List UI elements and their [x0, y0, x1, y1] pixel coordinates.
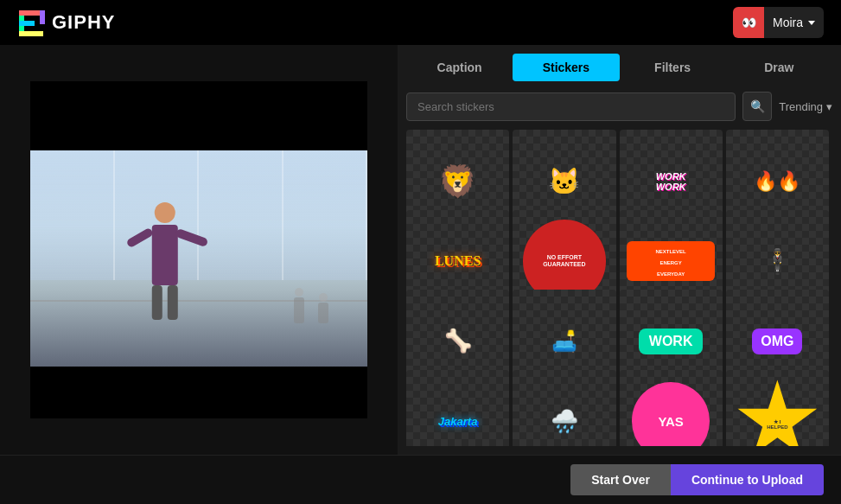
sticker-grid: 🦁 🐱 WORKWORK 🔥🔥 LUNES NO EFFORTGUARANTEE… [406, 130, 832, 446]
person-body [152, 225, 178, 285]
continue-upload-button[interactable]: Continue to Upload [671, 464, 824, 495]
giphy-logo-icon [17, 9, 45, 36]
avatar: 👀 [733, 7, 764, 38]
user-name-label: Moira [773, 16, 803, 29]
person-head [155, 202, 175, 223]
person-leg-left [152, 285, 162, 320]
search-icon: 🔍 [750, 99, 765, 113]
video-panel [0, 45, 398, 455]
tab-caption[interactable]: Caption [406, 54, 513, 81]
sticker-panel: Caption Stickers Filters Draw 🔍 Trending… [398, 45, 841, 455]
svg-rect-1 [19, 10, 43, 16]
chevron-down-icon: ▾ [826, 100, 832, 113]
sticker-item-14[interactable]: 🌧️ [513, 370, 615, 447]
logo: GIPHY [17, 9, 115, 36]
video-preview [30, 81, 367, 418]
person-leg-right [168, 285, 178, 320]
video-frame [30, 150, 367, 367]
bg-person-2 [316, 293, 330, 323]
start-over-button[interactable]: Start Over [570, 464, 671, 495]
main-content: Caption Stickers Filters Draw 🔍 Trending… [0, 45, 841, 455]
user-menu-button[interactable]: Moira [764, 7, 824, 38]
tab-filters[interactable]: Filters [620, 54, 726, 81]
trending-dropdown[interactable]: Trending ▾ [779, 100, 832, 113]
sticker-grid-container: 🦁 🐱 WORKWORK 🔥🔥 LUNES NO EFFORTGUARANTEE… [406, 130, 832, 446]
tab-stickers[interactable]: Stickers [513, 54, 619, 81]
search-area: 🔍 Trending ▾ [406, 92, 832, 121]
chevron-down-icon [808, 21, 815, 25]
sticker-item-16[interactable]: ★ IHELPED [726, 370, 829, 447]
logo-text: GIPHY [52, 11, 115, 34]
video-content [30, 150, 367, 367]
background-people [289, 288, 334, 323]
sticker-item-15[interactable]: YAS [620, 370, 723, 447]
search-button[interactable]: 🔍 [742, 92, 772, 121]
sticker-item-13[interactable]: Jakarta [406, 370, 509, 447]
bottom-bar: Start Over Continue to Upload [0, 455, 841, 504]
search-input[interactable] [406, 93, 736, 121]
header: GIPHY 👀 Moira [0, 0, 841, 45]
video-top-bar [30, 81, 367, 150]
user-area: 👀 Moira [733, 7, 824, 38]
video-bottom-bar [30, 367, 367, 418]
svg-rect-4 [19, 31, 43, 36]
svg-rect-3 [19, 21, 35, 26]
avatar-icon: 👀 [742, 16, 755, 29]
svg-rect-2 [40, 10, 45, 24]
tab-draw[interactable]: Draw [726, 54, 832, 81]
trending-label: Trending [779, 100, 823, 113]
bg-person-1 [292, 288, 306, 323]
person-legs [152, 285, 178, 323]
person-figure [152, 202, 178, 323]
tabs: Caption Stickers Filters Draw [406, 54, 832, 81]
window-background [30, 150, 367, 280]
